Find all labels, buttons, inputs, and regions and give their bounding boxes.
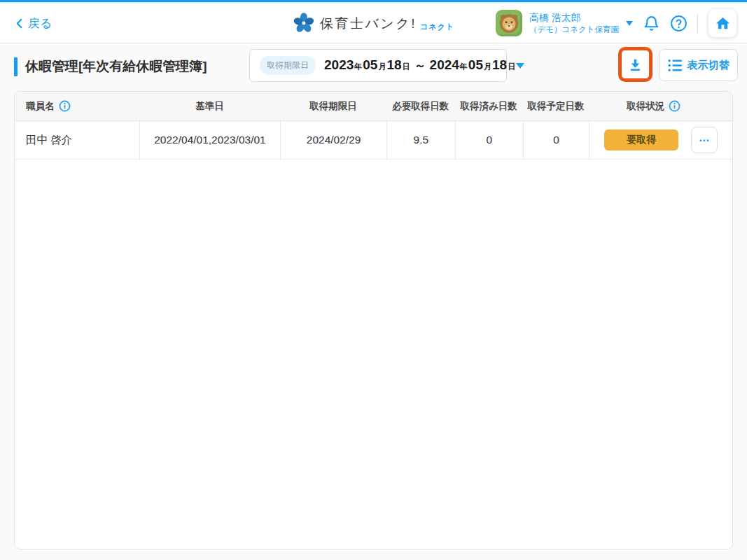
- table-row: 田中 啓介 2022/04/01,2023/03/01 2024/02/29 9…: [15, 121, 732, 160]
- chevron-left-icon: [15, 18, 23, 29]
- user-menu[interactable]: 高橋 浩太郎 （デモ）コネクト保育園: [496, 10, 633, 36]
- lion-avatar-icon: [497, 11, 521, 35]
- cell-planned-days: 0: [523, 121, 589, 159]
- unit-day: 日: [403, 62, 410, 72]
- back-label: 戻る: [28, 15, 52, 31]
- status-badge: 要取得: [604, 130, 678, 150]
- column-label: 取得済み日数: [460, 100, 517, 113]
- column-header-base-date: 基準日: [139, 92, 281, 120]
- cell-base-dates: 2022/04/01,2023/03/01: [139, 121, 281, 159]
- annotation-highlight: [618, 47, 652, 82]
- cell-taken-days: 0: [455, 121, 523, 159]
- home-button[interactable]: [708, 8, 737, 38]
- bell-icon: [643, 15, 660, 32]
- unit-month: 月: [378, 62, 386, 72]
- column-label: 職員名: [26, 100, 55, 113]
- column-header-taken-days: 取得済み日数: [455, 92, 523, 120]
- period-start-month: 05: [363, 57, 377, 73]
- help-button[interactable]: [670, 15, 687, 32]
- info-icon[interactable]: [669, 100, 680, 112]
- user-info: 高橋 浩太郎 （デモ）コネクト保育園: [529, 11, 619, 34]
- period-start-day: 18: [386, 57, 401, 73]
- display-toggle-button[interactable]: 表示切替: [659, 49, 738, 81]
- user-name: 高橋 浩太郎: [529, 11, 619, 24]
- avatar: [496, 10, 522, 36]
- column-header-staff-name: 職員名: [15, 92, 139, 120]
- period-select[interactable]: 取得期限日 2023 年 05 月 18 日 ～ 2024 年 05 月 18 …: [249, 49, 507, 82]
- home-icon: [715, 15, 731, 31]
- info-icon[interactable]: [59, 100, 71, 112]
- unit-year: 年: [460, 62, 468, 72]
- vacation-table-card: 職員名 基準日 取得期限日 必要取得日数 取得済み日数 取得予定日数 取得状況: [14, 91, 733, 550]
- app-header: 戻る 保育士バンク! コネクト: [0, 4, 747, 43]
- cell-status: 要取得 …: [589, 121, 732, 159]
- page-title-block: 休暇管理[年次有給休暇管理簿]: [14, 53, 207, 80]
- user-organization: （デモ）コネクト保育園: [529, 24, 619, 35]
- logo-title: 保育士バンク!: [320, 14, 417, 32]
- column-label: 取得期限日: [309, 100, 357, 113]
- cell-staff-name: 田中 啓介: [15, 121, 139, 159]
- period-end-month: 05: [468, 57, 483, 73]
- header-divider: [697, 14, 698, 33]
- column-header-planned-days: 取得予定日数: [523, 92, 589, 120]
- top-accent-bar: [0, 0, 747, 3]
- row-menu-button[interactable]: …: [691, 127, 718, 153]
- chevron-down-icon: [516, 63, 524, 69]
- list-icon: [668, 59, 683, 72]
- unit-day: 日: [508, 62, 515, 72]
- title-accent-bar: [14, 57, 18, 76]
- notifications-button[interactable]: [643, 15, 660, 32]
- logo-badge: コネクト: [420, 21, 454, 31]
- unit-month: 月: [484, 62, 491, 72]
- display-toggle-label: 表示切替: [687, 59, 729, 72]
- period-end-day: 18: [492, 57, 507, 73]
- unit-year: 年: [354, 62, 362, 72]
- column-label: 取得予定日数: [527, 100, 584, 113]
- period-label-pill: 取得期限日: [260, 56, 316, 75]
- period-start-year: 2023: [324, 57, 354, 73]
- download-icon: [628, 57, 643, 72]
- sakura-logo-icon: [293, 13, 314, 34]
- chevron-down-icon: [626, 21, 633, 26]
- table-header-row: 職員名 基準日 取得期限日 必要取得日数 取得済み日数 取得予定日数 取得状況: [15, 92, 732, 121]
- column-label: 必要取得日数: [392, 100, 449, 113]
- page-title: 休暇管理[年次有給休暇管理簿]: [25, 57, 207, 76]
- header-actions: 高橋 浩太郎 （デモ）コネクト保育園: [496, 8, 737, 38]
- column-header-required-days: 必要取得日数: [386, 92, 455, 120]
- period-separator: ～: [414, 57, 426, 74]
- cell-required-days: 9.5: [386, 121, 455, 159]
- cell-deadline: 2024/02/29: [280, 121, 386, 159]
- app-logo: 保育士バンク! コネクト: [293, 13, 454, 34]
- column-header-deadline: 取得期限日: [280, 92, 386, 120]
- question-icon: [670, 15, 687, 32]
- column-label: 基準日: [195, 100, 224, 113]
- back-button[interactable]: 戻る: [15, 15, 52, 31]
- period-end-year: 2024: [430, 57, 459, 73]
- column-header-status: 取得状況: [589, 92, 732, 120]
- column-label: 取得状況: [627, 100, 664, 113]
- period-value: 2023 年 05 月 18 日 ～ 2024 年 05 月 18 日: [324, 57, 516, 74]
- download-button[interactable]: [622, 50, 649, 78]
